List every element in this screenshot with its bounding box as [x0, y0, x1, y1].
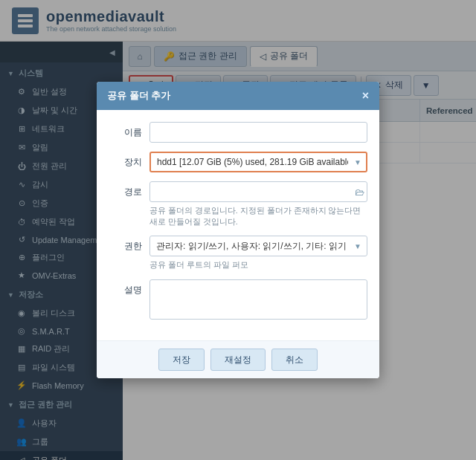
path-label: 경로	[109, 181, 149, 198]
save-button[interactable]: 저장	[158, 349, 205, 371]
path-input[interactable]	[149, 181, 367, 202]
name-input[interactable]	[149, 122, 367, 143]
permission-hint: 공유 폴더 루트의 파일 퍼모	[149, 259, 367, 271]
add-shared-folder-dialog: 공유 폴더 추가 × 이름 장치 hdd1 [12.07 GiB (5%) us…	[97, 82, 379, 378]
dialog-body: 이름 장치 hdd1 [12.07 GiB (5%) used, 281.19 …	[97, 110, 379, 340]
dialog-title: 공유 폴더 추가	[107, 89, 170, 103]
dialog-close-button[interactable]: ×	[362, 90, 369, 102]
path-input-wrapper: 🗁	[149, 181, 367, 202]
form-row-permission: 권한 관리자: 읽기/쓰기, 사용자: 읽기/쓰기, 기타: 읽기 전용 ▼ 공…	[109, 236, 367, 271]
device-label: 장치	[109, 152, 149, 169]
form-row-path: 경로 🗁 공유 폴더의 경로입니다. 지정된 폴더가 존재하지 않는다면 새로 …	[109, 181, 367, 227]
permission-wrapper: 관리자: 읽기/쓰기, 사용자: 읽기/쓰기, 기타: 읽기 전용 ▼ 공유 폴…	[149, 236, 367, 271]
description-textarea[interactable]	[149, 279, 367, 320]
form-row-description: 설명	[109, 279, 367, 320]
name-label: 이름	[109, 122, 149, 139]
permission-select[interactable]: 관리자: 읽기/쓰기, 사용자: 읽기/쓰기, 기타: 읽기 전용	[149, 236, 367, 256]
form-row-name: 이름	[109, 122, 367, 143]
permission-label: 권한	[109, 236, 149, 253]
device-select-wrapper: hdd1 [12.07 GiB (5%) used, 281.19 GiB av…	[149, 152, 367, 172]
folder-icon[interactable]: 🗁	[355, 186, 364, 197]
path-field-wrapper: 🗁 공유 폴더의 경로입니다. 지정된 폴더가 존재하지 않는다면 새로 만들어…	[149, 181, 367, 227]
device-select[interactable]: hdd1 [12.07 GiB (5%) used, 281.19 GiB av…	[149, 152, 367, 172]
reset-button[interactable]: 재설정	[210, 349, 266, 371]
dialog-footer: 저장 재설정 취소	[97, 340, 379, 378]
cancel-button[interactable]: 취소	[271, 349, 318, 371]
description-label: 설명	[109, 279, 149, 297]
dialog-header: 공유 폴더 추가 ×	[97, 82, 379, 110]
path-hint: 공유 폴더의 경로입니다. 지정된 폴더가 존재하지 않는다면 새로 만들어질 …	[149, 205, 367, 227]
permission-select-wrapper: 관리자: 읽기/쓰기, 사용자: 읽기/쓰기, 기타: 읽기 전용 ▼	[149, 236, 367, 256]
modal-overlay: 공유 폴더 추가 × 이름 장치 hdd1 [12.07 GiB (5%) us…	[0, 0, 476, 460]
form-row-device: 장치 hdd1 [12.07 GiB (5%) used, 281.19 GiB…	[109, 152, 367, 172]
